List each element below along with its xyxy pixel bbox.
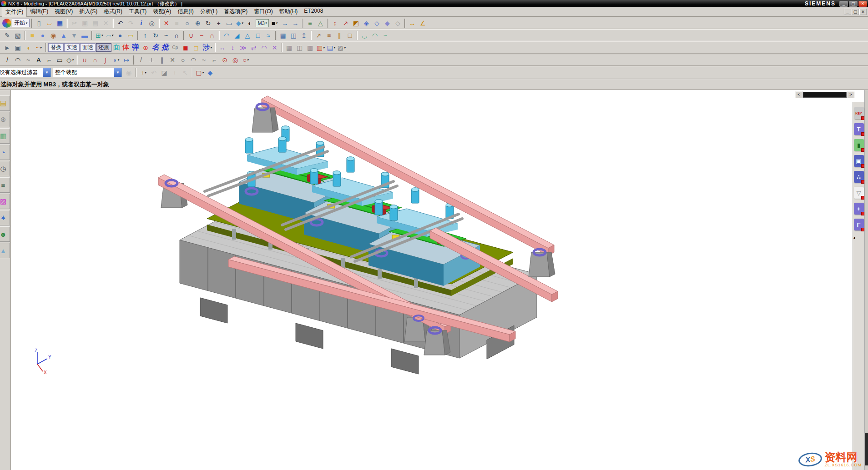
boss-icon[interactable]: ▲	[59, 30, 69, 40]
more-tools-icon[interactable]: ▨▾	[337, 43, 347, 53]
yellow-cube-icon[interactable]: ◻	[191, 43, 201, 53]
thicken-icon[interactable]: ≡	[324, 30, 334, 40]
marquee-select-icon[interactable]: ▢▾	[195, 68, 205, 78]
nx-logo[interactable]	[2, 19, 11, 28]
thread-icon[interactable]: ≈	[263, 30, 273, 40]
offset-region-icon[interactable]: ≫	[238, 43, 248, 53]
palette-item-cross-fitting[interactable]: +	[854, 203, 864, 215]
menu-file[interactable]: 文件(F)	[2, 7, 27, 17]
offset-face-icon[interactable]: ∥	[334, 30, 344, 40]
menu-edit[interactable]: 编辑(E)	[27, 7, 51, 17]
pad-icon[interactable]: ▬	[80, 30, 90, 40]
child-close-button[interactable]: ✕	[859, 9, 867, 15]
graphics-viewport[interactable]: ▤⊛▦◔◷≡▨∗☻▲	[0, 90, 868, 470]
sketch-line-icon[interactable]: /	[136, 55, 146, 65]
tube-icon[interactable]: ∩	[172, 30, 182, 40]
sphere-icon[interactable]: ●	[115, 30, 125, 40]
batch-char-button[interactable]: 批	[161, 43, 170, 53]
delete-icon[interactable]: ✕	[101, 18, 111, 28]
scale-body-icon[interactable]: □	[345, 30, 355, 40]
rotate-view-icon[interactable]: ↻	[203, 18, 213, 28]
datum-plane-icon[interactable]: ▱▾	[105, 30, 115, 40]
palette-item-three-hole-plate[interactable]: ∴	[854, 171, 864, 183]
text-icon[interactable]: A	[34, 55, 44, 65]
tab-history[interactable]: ◷	[0, 161, 10, 176]
arc-icon[interactable]: ◠	[13, 55, 23, 65]
replace-button[interactable]: 替换	[48, 43, 64, 52]
menu-insert[interactable]: 插入(S)	[76, 7, 101, 17]
interpart-link-icon[interactable]: ◉	[124, 68, 134, 78]
tangent-icon[interactable]: ~	[199, 55, 209, 65]
redo-icon[interactable]: ↷	[126, 18, 136, 28]
palette-item-key[interactable]: KEY	[854, 107, 864, 119]
section-view-icon[interactable]: ▥	[305, 43, 315, 53]
offset-curve-icon[interactable]: ∪	[80, 55, 90, 65]
magnify-icon[interactable]: ○	[182, 18, 192, 28]
tab-internet[interactable]: ▲	[0, 243, 10, 258]
promote-body-icon[interactable]: ↥	[299, 30, 309, 40]
hole-icon[interactable]: ◉	[48, 30, 58, 40]
select-plus-icon[interactable]: +	[170, 68, 180, 78]
scrollbar-thumb[interactable]	[865, 433, 868, 465]
menu-view[interactable]: 视图(V)	[51, 7, 76, 17]
chevron-down-icon[interactable]: ▼	[114, 68, 121, 77]
close-button[interactable]: ✕	[858, 1, 867, 7]
tab-part-navigator[interactable]: ▦	[0, 128, 10, 144]
cut-icon[interactable]: ✂	[70, 18, 80, 28]
body-char-button[interactable]: 体	[121, 43, 131, 53]
fit-view-icon[interactable]: ▭	[224, 18, 234, 28]
reset-dialog-icon[interactable]: ✕	[161, 18, 172, 28]
tab-system-tools[interactable]: ∗	[0, 210, 10, 225]
spline-icon[interactable]: ~	[23, 55, 33, 65]
palette-item-green-block[interactable]: ▮	[854, 139, 864, 151]
offset-surface-icon[interactable]: ↗	[313, 30, 323, 40]
solid-translucency-button[interactable]: 实透	[64, 43, 80, 52]
pane-scroll-bar[interactable]	[803, 92, 847, 98]
paste-icon[interactable]: ▤	[91, 18, 101, 28]
view-snapshot-icon[interactable]: ▣	[13, 43, 23, 53]
face-char-button[interactable]: 面	[112, 43, 121, 53]
menu-help[interactable]: 帮助(H)	[276, 7, 301, 17]
new-file-icon[interactable]: ▯	[34, 18, 44, 28]
move-face-icon[interactable]: ↔	[217, 43, 227, 53]
background-icon[interactable]: ■▾	[269, 18, 279, 28]
face-blend-icon[interactable]: ◡	[359, 30, 369, 40]
wcs-orient-icon[interactable]: ↗	[340, 18, 350, 28]
palette-item-funnel[interactable]: ▽	[854, 187, 864, 199]
face-translucency-button[interactable]: 面透	[80, 43, 96, 52]
join-curve-icon[interactable]: ∫	[101, 55, 111, 65]
selection-filter-combo[interactable]: 没有选择过滤器 ▼	[0, 68, 51, 77]
perpendicular-icon[interactable]: ⊥	[146, 55, 156, 65]
info-icon[interactable]: i	[136, 18, 146, 28]
undo-selection-icon[interactable]: ↶	[149, 68, 159, 78]
exploded-view-icon[interactable]: △	[315, 18, 325, 28]
shell-icon[interactable]: □	[253, 30, 263, 40]
menu-information[interactable]: 信息(I)	[174, 7, 197, 17]
show-icon[interactable]: ◇	[393, 18, 403, 28]
circle-icon[interactable]: ○	[178, 55, 188, 65]
delete-face-icon[interactable]: ✕	[270, 43, 280, 53]
edge-blend-icon[interactable]: ◠	[222, 30, 232, 40]
child-minimize-button[interactable]: _	[844, 9, 851, 15]
edit-cross-section-icon[interactable]: ▥▾	[316, 43, 326, 53]
sketch-icon[interactable]: ✎	[2, 30, 12, 40]
replace-face-icon[interactable]: ⇄	[249, 43, 259, 53]
object-display-icon[interactable]: ◩	[351, 18, 361, 28]
cylinder-icon[interactable]: ●	[38, 30, 48, 40]
minimize-button[interactable]: _	[839, 1, 848, 7]
point-icon[interactable]: ⊙	[220, 55, 230, 65]
menu-format[interactable]: 格式(R)	[101, 7, 126, 17]
snapshot-icon[interactable]: ■	[172, 18, 182, 28]
chevron-down-icon[interactable]: ▼	[43, 68, 50, 77]
name-char-button[interactable]: 名	[151, 43, 160, 53]
circle-center-icon[interactable]: ◎	[230, 55, 240, 65]
undo-icon[interactable]: ↶	[116, 18, 126, 28]
line-icon[interactable]: /	[2, 55, 12, 65]
menu-tools[interactable]: 工具(T)	[126, 7, 150, 17]
show-hide-icon[interactable]: ◈	[361, 18, 371, 28]
mirror-face-icon[interactable]: ◫	[295, 43, 305, 53]
sketch-task-icon[interactable]: ▧	[13, 30, 23, 40]
curve-tool-icon[interactable]: ~▾	[34, 43, 44, 53]
pan-icon[interactable]: +	[214, 18, 224, 28]
tab-roles[interactable]: ☻	[0, 226, 10, 242]
